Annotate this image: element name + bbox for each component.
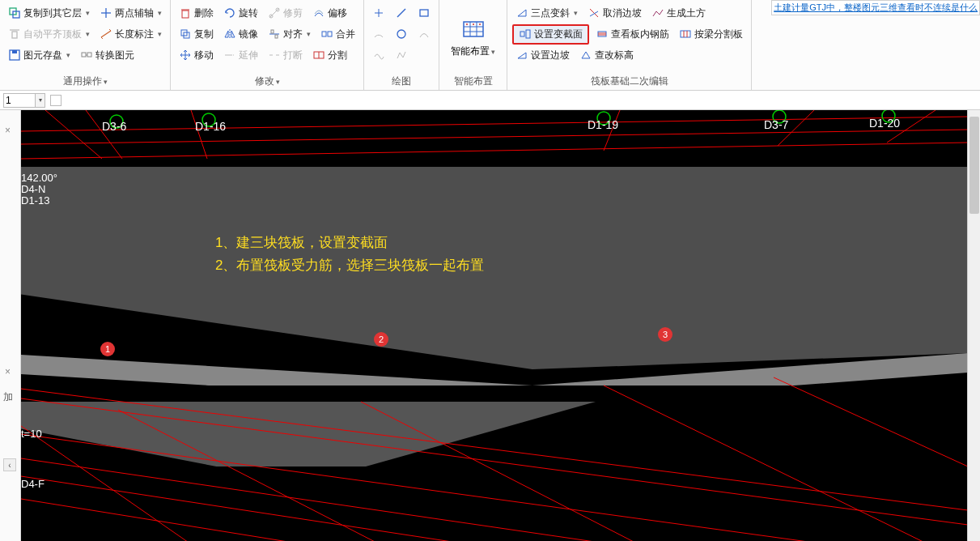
smart-layout-label: 智能布置	[451, 45, 495, 58]
break-icon	[268, 49, 281, 62]
trim-button[interactable]: 修剪	[265, 5, 306, 22]
convert-icon	[80, 49, 93, 62]
poly-button[interactable]	[392, 47, 411, 63]
svg-line-74	[361, 402, 846, 541]
merge-button[interactable]: 合并	[317, 26, 358, 43]
move-button[interactable]: 移动	[176, 47, 217, 64]
ribbon-group-modify-label[interactable]: 修改	[176, 73, 358, 88]
ribbon-group-draw: 绘图	[364, 0, 439, 90]
svg-rect-11	[82, 53, 86, 57]
check-elev-button[interactable]: 查改标高	[576, 47, 637, 64]
extend-button[interactable]: 延伸	[220, 47, 261, 64]
side-label-d4n: D4-N	[21, 183, 45, 195]
panel-close-button-2[interactable]: ×	[5, 366, 15, 376]
copy-to-layer-button[interactable]: 复制到其它层	[5, 5, 93, 22]
angle-label: 142.00°	[21, 172, 57, 184]
measure-icon	[100, 28, 112, 40]
set-slope-button[interactable]: 设置边坡	[512, 47, 573, 64]
two-point-aux-button[interactable]: 两点辅轴	[96, 5, 165, 22]
scrollbar-thumb[interactable]	[969, 117, 979, 214]
length-annot-button[interactable]: 长度标注	[96, 26, 165, 43]
split-by-beam-button[interactable]: 按梁分割板	[676, 26, 746, 43]
badge-3: 3	[658, 327, 672, 342]
ribbon-group-modify: 删除 旋转 修剪 偏移 复制 镜像 对齐 合并 移动 延伸 打断 分割 修改	[171, 0, 364, 90]
line-icon	[395, 6, 408, 19]
rotate-button[interactable]: 旋转	[220, 5, 261, 22]
svg-line-7	[101, 37, 103, 39]
help-link[interactable]: 土建计量GTJ中，整楼图元三维查看时不连续是什么	[771, 0, 980, 15]
draw-point-button[interactable]	[369, 5, 388, 21]
ribbon-group-raft: 三点变斜 取消边坡 生成土方 设置变截面 查看板内钢筋 按梁分割板 设置边坡 查…	[507, 0, 752, 90]
elev-icon	[579, 49, 592, 62]
badge-1: 1	[100, 342, 115, 356]
align-label: 对齐	[283, 28, 303, 41]
mirror-button[interactable]: 镜像	[220, 26, 261, 43]
align-button[interactable]: 对齐	[265, 26, 314, 43]
extend-label: 延伸	[239, 49, 258, 62]
point-icon	[372, 6, 385, 19]
elem-save-label: 图元存盘	[23, 49, 62, 62]
value-dropdown[interactable]: ▾	[36, 93, 45, 108]
panel-collapse-button[interactable]: ‹	[3, 458, 16, 471]
offset-button[interactable]: 偏移	[309, 5, 350, 22]
svg-rect-37	[420, 10, 428, 16]
slope-icon	[515, 49, 528, 62]
skew-icon	[515, 6, 528, 19]
curve2-button[interactable]	[414, 26, 434, 42]
gen-earthwork-button[interactable]: 生成土方	[648, 5, 709, 22]
smart-layout-icon	[460, 15, 486, 41]
svg-rect-50	[598, 32, 606, 36]
polyline-icon	[395, 49, 408, 62]
ribbon-group-smart: 智能布置 智能布置	[439, 0, 507, 90]
draw-line-button[interactable]	[392, 5, 411, 21]
split-label: 分割	[328, 49, 347, 62]
toggle-box[interactable]	[50, 95, 62, 106]
copy-to-layer-label: 复制到其它层	[23, 6, 82, 20]
scrollbar-vertical[interactable]	[967, 110, 980, 541]
panel-close-button[interactable]: ×	[5, 125, 15, 134]
axis-label-d1-19: D1-19	[588, 118, 618, 131]
align-top-icon	[8, 28, 21, 40]
svg-line-67	[86, 110, 122, 159]
svg-line-59	[21, 143, 968, 159]
move-label: 移动	[194, 49, 214, 62]
delete-button[interactable]: 删除	[176, 5, 217, 22]
svg-point-45	[473, 23, 474, 25]
viewport-3d[interactable]: D3-6 D1-16 D1-19 D3-7 D1-20 142.00° D4-N…	[21, 110, 980, 541]
elem-save-button[interactable]: 图元存盘	[5, 47, 74, 64]
svg-line-64	[21, 476, 968, 541]
earthwork-icon	[651, 6, 664, 19]
circle-icon	[395, 28, 408, 40]
left-panel: × × 加 ‹	[0, 110, 21, 541]
auto-align-top-button[interactable]: 自动平齐顶板	[5, 26, 93, 43]
copy-button[interactable]: 复制	[176, 26, 217, 43]
auto-align-top-label: 自动平齐顶板	[23, 28, 82, 41]
set-var-section-button[interactable]: 设置变截面	[512, 24, 589, 45]
split-button[interactable]: 分割	[309, 47, 350, 64]
rotate-label: 旋转	[239, 6, 258, 20]
three-point-skew-button[interactable]: 三点变斜	[512, 5, 581, 22]
value-input[interactable]	[3, 93, 36, 108]
arc-button[interactable]	[369, 26, 388, 42]
convert-elem-button[interactable]: 转换图元	[77, 47, 138, 64]
cancel-slope-label: 取消边坡	[603, 6, 642, 20]
draw-rect-button[interactable]	[414, 5, 434, 21]
split-beam-icon	[679, 28, 692, 40]
mirror-icon	[223, 28, 236, 40]
svg-rect-12	[87, 53, 91, 57]
smart-layout-button[interactable]: 智能布置	[444, 3, 502, 66]
circle-button[interactable]	[392, 26, 411, 42]
side-label-d1-13: D1-13	[21, 194, 49, 207]
svg-line-63	[21, 458, 968, 541]
ribbon-group-general-label[interactable]: 通用操作	[5, 73, 165, 88]
svg-line-15	[269, 8, 279, 18]
view-rebar-button[interactable]: 查看板内钢筋	[592, 26, 672, 43]
view-rebar-label: 查看板内钢筋	[611, 28, 669, 41]
svg-line-58	[21, 130, 968, 144]
break-button[interactable]: 打断	[265, 47, 306, 64]
offset-label: 偏移	[328, 6, 347, 20]
mirror-label: 镜像	[239, 28, 258, 41]
cancel-slope-button[interactable]: 取消边坡	[584, 5, 645, 22]
side-label-t10: t=10	[21, 428, 42, 440]
spline-button[interactable]	[369, 47, 388, 63]
